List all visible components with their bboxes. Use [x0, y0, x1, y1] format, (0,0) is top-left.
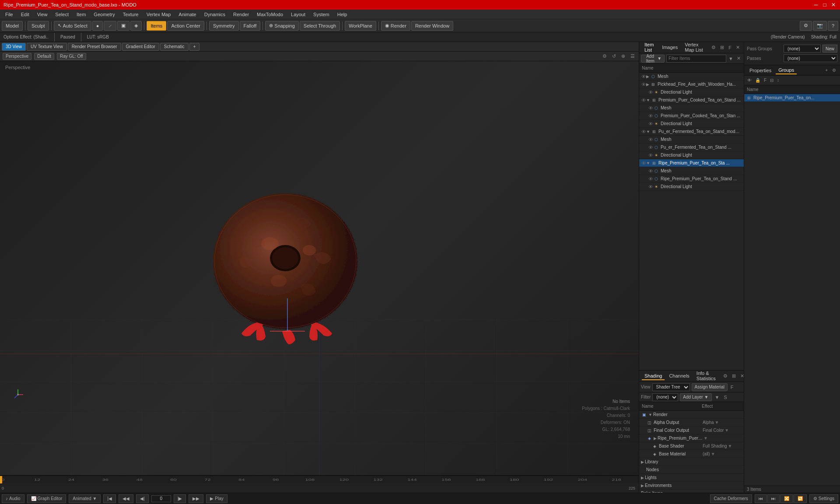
list-item[interactable]: 👁 ☀ Directional Light	[639, 88, 744, 96]
settings-icon-btn[interactable]: ⚙	[800, 21, 812, 31]
list-item[interactable]: 👁 ☀ Directional Light	[639, 151, 744, 159]
transport-ctrl-1[interactable]: ⏮	[755, 494, 767, 503]
transport-prev-btn[interactable]: |◀	[103, 494, 116, 503]
falloff-btn[interactable]: Falloff	[240, 21, 261, 31]
transport-ctrl-3[interactable]: 🔀	[780, 494, 793, 503]
tab-shading[interactable]: Shading	[642, 372, 665, 380]
shader-row-base-shader[interactable]: ◈ Base Shader Full Shading ▼	[639, 442, 744, 450]
visibility-btn[interactable]: 👁	[648, 137, 653, 142]
visibility-btn[interactable]: 👁	[648, 121, 653, 126]
list-item[interactable]: 👁 ☀ Directional Light	[639, 183, 744, 191]
audio-btn[interactable]: ♪ Audio	[2, 494, 24, 503]
assign-material-btn[interactable]: Assign Material	[692, 383, 728, 391]
poly-btn[interactable]: ▣	[117, 21, 130, 31]
add-layer-btn[interactable]: Add Layer ▼	[680, 393, 711, 401]
shader-row-base-material[interactable]: ◈ Base Material (all) ▼	[639, 450, 744, 458]
tab-images[interactable]: Images	[659, 44, 680, 52]
shading-settings-btn[interactable]: ⚙	[722, 373, 729, 379]
menu-texture[interactable]: Texture	[119, 11, 142, 18]
maximize-btn[interactable]: □	[822, 2, 828, 8]
shader-content[interactable]: ▣ ▼ Render ◫ Alpha Output Alpha ▼ ◫ Fina…	[639, 411, 744, 493]
shader-row-bake[interactable]: Bake Items	[639, 490, 744, 493]
play-btn[interactable]: ▶ Play	[206, 494, 227, 503]
transport-ctrl-4[interactable]: 🔁	[794, 494, 807, 503]
shader-row-nodes[interactable]: Nodes	[639, 466, 744, 474]
menu-edit[interactable]: Edit	[18, 11, 33, 18]
visibility-btn[interactable]: 👁	[648, 90, 653, 95]
menu-select[interactable]: Select	[52, 11, 72, 18]
item-mode-btn[interactable]: ◈	[130, 21, 142, 31]
shader-row-render[interactable]: ▣ ▼ Render	[639, 411, 744, 419]
vp-default-btn[interactable]: Default	[34, 53, 54, 60]
vp-raygl-btn[interactable]: Ray GL: Off	[57, 53, 86, 60]
transport-fwd-btn[interactable]: ▶▶	[189, 494, 203, 503]
shading-close-btn[interactable]: ✕	[739, 373, 744, 379]
workplane-btn[interactable]: WorkPlane	[345, 21, 376, 31]
item-list-content[interactable]: 👁 ▶ ⬡ Mesh 👁 ▶ ⊞ Pickhead_Fire_Axe_with_…	[639, 73, 744, 370]
tab-gradient[interactable]: Gradient Editor	[122, 43, 159, 51]
shading-filter-btn[interactable]: F	[729, 384, 735, 390]
list-item[interactable]: 👁 ☀ Directional Light	[639, 120, 744, 128]
filter-extra-btn[interactable]: ▼	[714, 394, 721, 400]
groups-content[interactable]: ⊞ Ripe_Premium_Puer_Tea_on...	[744, 94, 840, 486]
menu-vertexmap[interactable]: Vertex Map	[143, 11, 175, 18]
pass-groups-select[interactable]: (none)	[784, 45, 821, 52]
tab-add[interactable]: +	[189, 43, 200, 51]
tab-info[interactable]: Info & Statistics	[694, 370, 718, 383]
symmetry-btn[interactable]: Symmetry	[209, 21, 239, 31]
list-item[interactable]: 👁 ⬡ Mesh	[639, 136, 744, 144]
list-item[interactable]: 👁 ⬡ Ripe_Premium_Puer_Tea_on_Stand ...	[639, 175, 744, 183]
render-window-btn[interactable]: Render Window	[411, 21, 453, 31]
menu-dynamics[interactable]: Dynamics	[201, 11, 229, 18]
shading-expand-btn[interactable]: ⊞	[731, 373, 737, 379]
action-center-btn[interactable]: Action Center	[167, 21, 204, 31]
filter-close-btn[interactable]: ✕	[735, 55, 742, 62]
transport-ctrl-2[interactable]: ⏭	[767, 494, 780, 503]
list-item[interactable]: 👁 ▶ ⬡ Mesh	[639, 73, 744, 80]
vp-menu-btn[interactable]: ☰	[629, 53, 636, 60]
menu-render[interactable]: Render	[230, 11, 252, 18]
close-btn[interactable]: ✕	[830, 2, 836, 8]
visibility-btn[interactable]: 👁	[648, 145, 653, 150]
minimize-btn[interactable]: ─	[813, 2, 819, 8]
item-list-close-btn[interactable]: ✕	[735, 44, 741, 51]
visibility-btn[interactable]: 👁	[641, 129, 646, 134]
new-pass-btn[interactable]: New	[822, 45, 837, 52]
shader-row-final-color[interactable]: ◫ Final Color Output Final Color ▼	[639, 427, 744, 434]
auto-select-btn[interactable]: ↖ Auto Select	[54, 21, 91, 31]
vp-perspective-btn[interactable]: Perspective	[3, 53, 32, 60]
tab-properties[interactable]: Properties	[747, 67, 774, 74]
vp-zoom-fit-btn[interactable]: ⊕	[620, 53, 626, 60]
menu-animate[interactable]: Animate	[175, 11, 200, 18]
vert-btn[interactable]: ●	[92, 21, 103, 31]
list-item[interactable]: 👁 ⬡ Mesh	[639, 167, 744, 175]
menu-system[interactable]: System	[310, 11, 333, 18]
menu-file[interactable]: File	[2, 11, 17, 18]
item-list-filter-icon[interactable]: F	[727, 45, 733, 51]
sculpt-btn[interactable]: Sculpt	[28, 21, 49, 31]
shader-row-lights[interactable]: ▶ Lights	[639, 474, 744, 482]
tab-groups[interactable]: Groups	[776, 66, 797, 74]
tab-schematic[interactable]: Schematic	[160, 43, 189, 51]
list-item[interactable]: 👁 ▼ ⊞ Pu_er_Fermented_Tea_on_Stand_modo …	[639, 128, 744, 136]
model-btn[interactable]: Model	[2, 21, 23, 31]
transport-back-btn[interactable]: ◀◀	[119, 494, 133, 503]
help-icon-btn[interactable]: ?	[828, 21, 838, 31]
visibility-btn[interactable]: 👁	[641, 82, 646, 87]
groups-add-btn[interactable]: +	[824, 67, 829, 73]
transport-step-back-btn[interactable]: ◀|	[136, 494, 149, 503]
list-item[interactable]: 👁 ▶ ⊞ Pickhead_Fire_Axe_with_Wooden_Ha..…	[639, 80, 744, 88]
graph-editor-btn[interactable]: 📈 Graph Editor	[27, 494, 66, 503]
frame-input[interactable]	[151, 495, 171, 502]
groups-collapse-btn[interactable]: ⊟	[769, 77, 775, 83]
select-through-btn[interactable]: Select Through	[300, 21, 340, 31]
visibility-btn[interactable]: 👁	[648, 105, 653, 111]
shader-row-library[interactable]: ▶ Library	[639, 458, 744, 466]
render-btn[interactable]: ◉ Render	[381, 21, 410, 31]
tab-vertex-map[interactable]: Vertex Map List	[682, 42, 707, 54]
list-item[interactable]: 👁 ⬡ Mesh	[639, 104, 744, 112]
groups-settings-btn[interactable]: ⚙	[831, 67, 837, 73]
visibility-btn[interactable]: 👁	[648, 113, 653, 119]
settings-btn[interactable]: ⚙ Settings	[809, 494, 838, 503]
vp-settings-btn[interactable]: ⚙	[601, 53, 608, 60]
